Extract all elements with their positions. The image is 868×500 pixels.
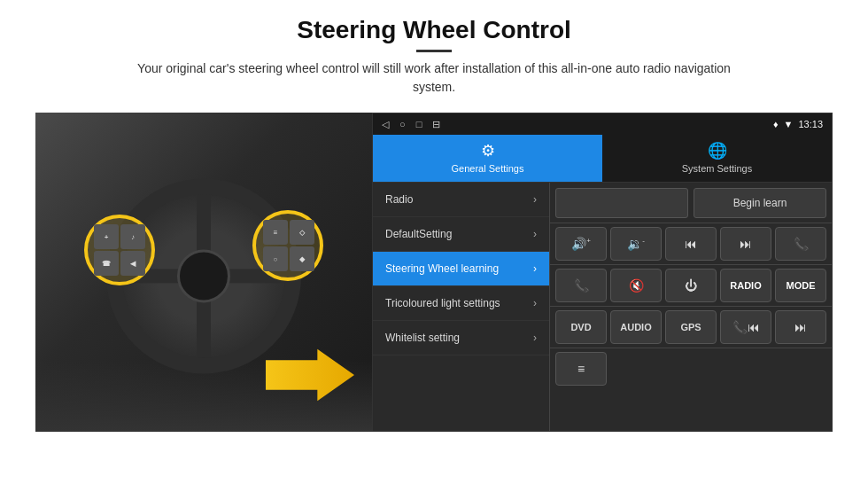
- btn-menu: ≡: [263, 220, 288, 245]
- list-button[interactable]: ≡: [555, 352, 607, 386]
- audio-label: AUDIO: [620, 322, 651, 332]
- next-track-icon: ⏭: [740, 237, 752, 251]
- radio-chevron: ›: [533, 193, 537, 206]
- phone-prev-button[interactable]: 📞⏮: [720, 310, 771, 344]
- radio-mode-button[interactable]: RADIO: [720, 269, 771, 302]
- tab-bar: ⚙ General Settings 🌐 System Settings: [373, 135, 832, 183]
- menu-item-steering-wheel[interactable]: Steering Wheel learning ›: [373, 252, 549, 286]
- dvd-label: DVD: [570, 322, 591, 332]
- power-icon: ⏻: [685, 278, 697, 293]
- power-button[interactable]: ⏻: [665, 269, 717, 302]
- left-buttons: + ♪ ☎ ◀: [87, 217, 152, 283]
- tab-system-label: System Settings: [682, 163, 752, 174]
- tricoloured-chevron: ›: [533, 297, 537, 309]
- main-content: Radio › DefaultSetting › Steering Wheel …: [373, 183, 832, 431]
- combo-next-icon: ⏭: [794, 320, 807, 334]
- settings-menu: Radio › DefaultSetting › Steering Wheel …: [373, 183, 550, 431]
- tab-system-settings[interactable]: 🌐 System Settings: [602, 135, 832, 182]
- menu-item-tricoloured[interactable]: Tricoloured light settings ›: [373, 286, 549, 321]
- begin-learn-row: Begin learn: [550, 183, 832, 223]
- list-icon: ≡: [577, 362, 585, 376]
- btn-volume: +: [94, 224, 119, 249]
- android-ui: ◁ ○ □ ⊟ ♦ ▼ 13:13 ⚙ General Settings: [372, 113, 833, 432]
- recent-icon[interactable]: □: [416, 119, 422, 130]
- btn-media: ♪: [120, 224, 145, 249]
- subtitle: Your original car's steering wheel contr…: [115, 59, 753, 97]
- control-row-3: DVD AUDIO GPS 📞⏮ ⏭: [550, 307, 832, 348]
- svg-marker-0: [266, 349, 354, 401]
- radio-mode-label: RADIO: [730, 280, 761, 291]
- car-image: + ♪ ☎ ◀ ≡ ◇ ○ ◆: [35, 113, 372, 432]
- mode-label: MODE: [787, 280, 816, 291]
- phone-icon: 📞: [794, 237, 809, 251]
- control-panel: Begin learn 🔊+ 🔉- ⏮: [550, 183, 832, 431]
- phone-button[interactable]: 📞: [775, 227, 826, 261]
- phone-prev-icon: 📞⏮: [732, 320, 760, 334]
- mute-button[interactable]: 🔇: [610, 269, 662, 302]
- btn-diamond2: ◆: [290, 246, 314, 271]
- title-section: Steering Wheel Control Your original car…: [115, 16, 753, 107]
- default-chevron: ›: [533, 228, 537, 240]
- volume-down-icon: 🔉-: [627, 237, 645, 251]
- call-accept-icon: 📞: [574, 278, 589, 293]
- volume-up-button[interactable]: 🔊+: [555, 227, 607, 261]
- prev-track-icon: ⏮: [685, 237, 697, 251]
- location-icon: ♦: [773, 119, 779, 129]
- volume-down-button[interactable]: 🔉-: [610, 227, 662, 261]
- control-row-1: 🔊+ 🔉- ⏮ ⏭ 📞: [550, 223, 832, 265]
- menu-item-whitelist[interactable]: Whitelist setting ›: [373, 321, 549, 355]
- begin-learn-button[interactable]: Begin learn: [694, 188, 826, 218]
- control-row-4: ≡: [550, 348, 832, 389]
- combo-next-button[interactable]: ⏭: [775, 310, 826, 344]
- sw-center: [177, 249, 230, 302]
- back-icon[interactable]: ◁: [382, 119, 389, 130]
- menu-item-radio[interactable]: Radio ›: [373, 183, 549, 217]
- prev-track-button[interactable]: ⏮: [665, 227, 717, 261]
- nav-icons: ◁ ○ □ ⊟: [382, 119, 440, 130]
- status-bar: ◁ ○ □ ⊟ ♦ ▼ 13:13: [373, 113, 832, 135]
- control-row-2: 📞 🔇 ⏻ RADIO MODE: [550, 265, 832, 307]
- btn-circle: ○: [263, 246, 288, 271]
- tricoloured-label: Tricoloured light settings: [385, 297, 533, 309]
- general-settings-icon: ⚙: [481, 141, 495, 160]
- mute-icon: 🔇: [629, 278, 644, 293]
- right-buttons: ≡ ◇ ○ ◆: [256, 213, 322, 278]
- time-display: 13:13: [798, 119, 823, 129]
- content-area: + ♪ ☎ ◀ ≡ ◇ ○ ◆: [35, 113, 833, 432]
- steering-label: Steering Wheel learning: [385, 262, 533, 275]
- whitelist-chevron: ›: [533, 332, 537, 344]
- page-title: Steering Wheel Control: [115, 16, 753, 44]
- tab-general-label: General Settings: [452, 163, 524, 174]
- gps-button[interactable]: GPS: [665, 310, 717, 344]
- direction-arrow: [266, 348, 354, 402]
- signal-icon: ▼: [784, 119, 794, 129]
- steering-chevron: ›: [533, 262, 537, 275]
- system-settings-icon: 🌐: [708, 141, 727, 160]
- menu-item-default-setting[interactable]: DefaultSetting ›: [373, 217, 549, 252]
- default-label: DefaultSetting: [385, 228, 533, 240]
- call-accept-button[interactable]: 📞: [555, 269, 607, 302]
- mode-button[interactable]: MODE: [775, 269, 826, 302]
- arrow-container: [266, 348, 354, 405]
- btn-back: ◀: [120, 251, 145, 276]
- apps-icon[interactable]: ⊟: [432, 119, 440, 130]
- tab-general-settings[interactable]: ⚙ General Settings: [373, 135, 602, 182]
- radio-label: Radio: [385, 193, 533, 206]
- status-indicators: ♦ ▼ 13:13: [773, 119, 823, 129]
- dvd-button[interactable]: DVD: [555, 310, 607, 344]
- title-divider: [416, 50, 452, 52]
- empty-input-box: [555, 188, 688, 218]
- btn-call: ☎: [94, 251, 119, 276]
- home-icon[interactable]: ○: [399, 119, 406, 130]
- volume-up-icon: 🔊+: [571, 237, 591, 251]
- btn-diamond: ◇: [290, 220, 314, 245]
- audio-button[interactable]: AUDIO: [610, 310, 662, 344]
- next-track-button[interactable]: ⏭: [720, 227, 771, 261]
- gps-label: GPS: [680, 322, 701, 332]
- whitelist-label: Whitelist setting: [385, 332, 533, 344]
